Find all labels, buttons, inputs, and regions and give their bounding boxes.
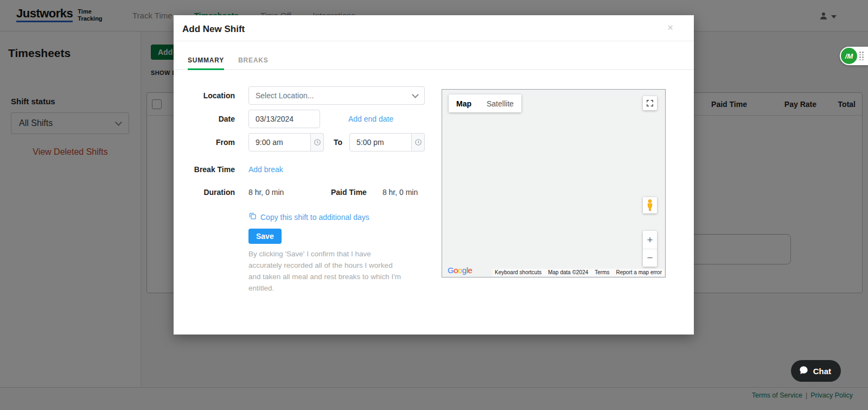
duration-value: 8 hr, 0 min xyxy=(248,188,331,197)
paid-time-label: Paid Time xyxy=(331,188,367,197)
duration-label: Duration xyxy=(174,188,235,197)
from-time-field: 9:00 am xyxy=(248,133,324,152)
clock-icon[interactable] xyxy=(412,133,425,152)
keyboard-shortcuts-link[interactable]: Keyboard shortcuts xyxy=(495,269,541,275)
location-label: Location xyxy=(174,91,235,100)
fullscreen-icon[interactable] xyxy=(643,96,657,110)
google-logo[interactable]: Google xyxy=(448,266,472,275)
map-terms-link[interactable]: Terms xyxy=(595,269,609,275)
from-time-value: 9:00 am xyxy=(256,138,283,147)
date-row: Date 03/13/2024 Add end date xyxy=(174,110,393,128)
extension-badge[interactable]: /M xyxy=(840,47,868,65)
to-time-field: 5:00 pm xyxy=(349,133,425,152)
location-row: Location Select Location... xyxy=(174,86,425,105)
map-panel[interactable]: Map Satellite + − Google Keyboard shortc… xyxy=(442,89,666,277)
location-select[interactable]: Select Location... xyxy=(248,86,425,105)
copy-shift-link[interactable]: Copy this shift to additional days xyxy=(248,212,369,222)
extension-icon: /M xyxy=(841,48,857,64)
add-end-date-link[interactable]: Add end date xyxy=(348,115,393,123)
map-view-button[interactable]: Map xyxy=(449,94,479,112)
date-label: Date xyxy=(174,115,235,123)
location-placeholder: Select Location... xyxy=(256,91,314,100)
zoom-in-button[interactable]: + xyxy=(643,231,657,249)
map-type-toggle: Map Satellite xyxy=(449,94,521,112)
copy-icon xyxy=(248,212,257,222)
tab-summary[interactable]: SUMMARY xyxy=(188,56,224,70)
chat-label: Chat xyxy=(813,367,831,376)
to-time-input[interactable]: 5:00 pm xyxy=(349,133,412,152)
time-row: From 9:00 am To 5:00 pm xyxy=(174,133,425,152)
chat-bubble-icon xyxy=(799,365,809,377)
map-data-label: Map data ©2024 xyxy=(548,269,588,275)
chevron-down-icon xyxy=(412,91,419,98)
drag-handle-icon[interactable] xyxy=(859,52,864,60)
duration-row: Duration 8 hr, 0 min Paid Time 8 hr, 0 m… xyxy=(174,188,418,197)
modal-title: Add New Shift xyxy=(182,24,245,35)
pegman-icon[interactable] xyxy=(643,197,657,213)
break-time-label: Break Time xyxy=(174,165,235,174)
break-row: Break Time Add break xyxy=(174,165,283,174)
add-break-link[interactable]: Add break xyxy=(248,165,283,174)
to-time-value: 5:00 pm xyxy=(356,138,384,147)
add-new-shift-modal: Add New Shift × SUMMARY BREAKS Location … xyxy=(174,15,694,335)
paid-time-value: 8 hr, 0 min xyxy=(382,188,418,197)
modal-divider xyxy=(174,41,694,41)
from-label: From xyxy=(174,138,235,147)
tab-breaks[interactable]: BREAKS xyxy=(238,56,268,70)
report-map-error-link[interactable]: Report a map error xyxy=(616,269,662,275)
save-disclaimer: By clicking 'Save' I confirm that I have… xyxy=(248,249,406,294)
satellite-view-button[interactable]: Satellite xyxy=(479,94,521,112)
date-value: 03/13/2024 xyxy=(256,115,293,123)
zoom-out-button[interactable]: − xyxy=(643,249,657,267)
from-time-input[interactable]: 9:00 am xyxy=(248,133,311,152)
to-label: To xyxy=(334,138,342,147)
copy-shift-label: Copy this shift to additional days xyxy=(260,213,369,222)
close-icon[interactable]: × xyxy=(667,22,673,33)
modal-tabs: SUMMARY BREAKS xyxy=(174,56,694,70)
map-attribution: Keyboard shortcuts Map data ©2024 Terms … xyxy=(493,269,664,276)
clock-icon[interactable] xyxy=(311,133,324,152)
save-button[interactable]: Save xyxy=(248,229,282,244)
map-zoom-control: + − xyxy=(643,231,657,267)
chat-button[interactable]: Chat xyxy=(791,360,841,382)
date-input[interactable]: 03/13/2024 xyxy=(248,110,320,128)
